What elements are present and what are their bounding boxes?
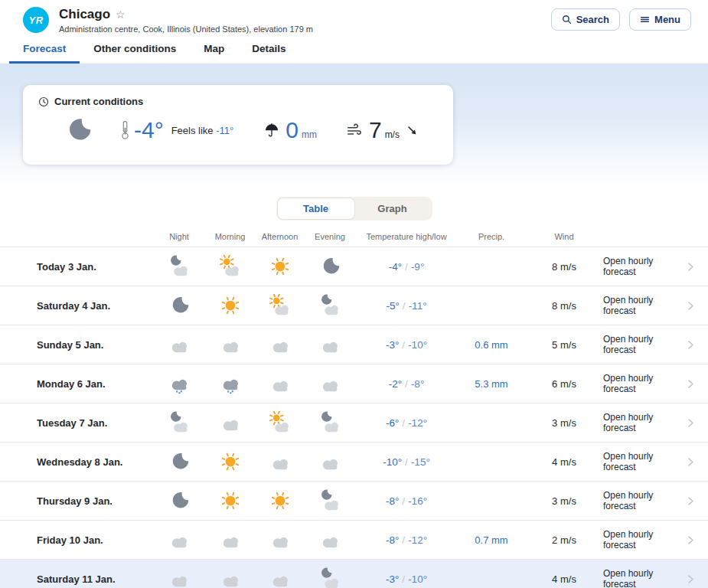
toggle-table[interactable]: Table xyxy=(278,198,354,219)
cloudy-icon xyxy=(205,333,255,356)
feels-like-label: Feels like xyxy=(171,125,214,136)
open-hourly-forecast-label: Open hourly forecast xyxy=(603,529,677,550)
search-button[interactable]: Search xyxy=(551,8,620,31)
open-hourly-forecast-link[interactable]: Open hourly forecast xyxy=(603,451,708,472)
precipitation-value: 0.7 mm xyxy=(458,534,525,546)
table-row[interactable]: Saturday 11 Jan. -3°/-10°4 m/sOpen hourl… xyxy=(0,560,708,588)
menu-button[interactable]: Menu xyxy=(629,8,691,31)
partlycloudy-night-icon xyxy=(153,411,205,434)
wind-value: 2 m/s xyxy=(525,534,603,546)
temperature-high-low: -10°/-15° xyxy=(355,456,458,468)
cloudy-icon xyxy=(255,333,305,356)
current-precipitation: 0 xyxy=(285,119,299,142)
open-hourly-forecast-link[interactable]: Open hourly forecast xyxy=(603,490,708,511)
forecast-table-body: Today 3 Jan. -4°/-9°8 m/sOpen hourly for… xyxy=(0,247,708,588)
wind-value: 8 m/s xyxy=(525,261,603,273)
temperature-high-low: -2°/-8° xyxy=(355,378,458,390)
tab-details[interactable]: Details xyxy=(238,37,299,64)
yr-logo[interactable]: YR xyxy=(23,7,49,33)
wind-icon xyxy=(346,122,363,139)
main-nav-tabs: Forecast Other conditions Map Details xyxy=(0,37,708,64)
favorite-star-icon[interactable]: ☆ xyxy=(116,9,126,20)
temperature-high-low: -3°/-10° xyxy=(355,573,458,585)
table-row[interactable]: Tuesday 7 Jan. -6°/-12°3 m/sOpen hourly … xyxy=(0,403,708,443)
wind-value: 4 m/s xyxy=(525,456,603,468)
snow-icon xyxy=(205,372,255,395)
table-row[interactable]: Thursday 9 Jan. -8°/-16°3 m/sOpen hourly… xyxy=(0,482,708,521)
current-conditions-card: Current conditions -4° Feels like -11° 0… xyxy=(23,85,453,165)
table-row[interactable]: Saturday 4 Jan. -5°/-11°8 m/sOpen hourly… xyxy=(0,286,708,325)
wind-value: 4 m/s xyxy=(525,573,603,585)
col-precip: Precip. xyxy=(458,232,525,241)
page-title: Chicago xyxy=(59,7,110,22)
clear-night-icon xyxy=(305,255,355,278)
clear-day-icon xyxy=(205,489,255,512)
cloudy-icon xyxy=(205,411,255,434)
toggle-graph[interactable]: Graph xyxy=(354,198,431,219)
partlycloudy-night-icon xyxy=(305,294,355,317)
day-label: Saturday 4 Jan. xyxy=(0,300,153,312)
cloudy-icon xyxy=(305,333,355,356)
chevron-right-icon xyxy=(686,379,696,389)
clock-icon xyxy=(38,96,49,107)
partlycloudy-night-icon xyxy=(153,255,205,278)
open-hourly-forecast-link[interactable]: Open hourly forecast xyxy=(603,334,708,355)
page-header: YR Chicago ☆ Administration centre, Cook… xyxy=(0,0,708,34)
wind-value: 8 m/s xyxy=(525,300,603,312)
cloudy-icon xyxy=(305,372,355,395)
umbrella-icon xyxy=(264,122,279,139)
open-hourly-forecast-link[interactable]: Open hourly forecast xyxy=(603,412,708,433)
open-hourly-forecast-label: Open hourly forecast xyxy=(603,373,677,394)
open-hourly-forecast-link[interactable]: Open hourly forecast xyxy=(603,529,708,550)
tab-forecast[interactable]: Forecast xyxy=(9,37,80,64)
wind-value: 3 m/s xyxy=(525,495,603,507)
clear-day-icon xyxy=(205,450,255,473)
table-header-row: Night Morning Afternoon Evening Temperat… xyxy=(0,227,708,247)
partlycloudy-night-icon xyxy=(305,567,355,588)
table-row[interactable]: Monday 6 Jan. -2°/-8°5.3 mm6 m/sOpen hou… xyxy=(0,364,708,403)
cloudy-icon xyxy=(153,528,205,551)
temperature-high-low: -5°/-11° xyxy=(355,300,458,312)
col-evening: Evening xyxy=(305,232,355,241)
day-label: Monday 6 Jan. xyxy=(0,378,153,390)
temperature-high-low: -3°/-10° xyxy=(355,339,458,351)
table-row[interactable]: Today 3 Jan. -4°/-9°8 m/sOpen hourly for… xyxy=(0,247,708,286)
day-label: Today 3 Jan. xyxy=(0,261,153,273)
location-subtitle: Administration centre, Cook, Illinois (U… xyxy=(59,24,551,34)
col-afternoon: Afternoon xyxy=(255,232,305,241)
precipitation-unit: mm xyxy=(302,129,317,142)
day-label: Friday 10 Jan. xyxy=(0,534,153,546)
feels-like-value: -11° xyxy=(216,125,233,136)
open-hourly-forecast-link[interactable]: Open hourly forecast xyxy=(603,256,708,277)
col-morning: Morning xyxy=(205,232,255,241)
open-hourly-forecast-label: Open hourly forecast xyxy=(603,256,677,277)
wind-direction-arrow-icon xyxy=(406,125,418,136)
tab-map[interactable]: Map xyxy=(190,37,238,64)
table-row[interactable]: Friday 10 Jan. -8°/-12°0.7 mm2 m/sOpen h… xyxy=(0,521,708,560)
day-label: Tuesday 7 Jan. xyxy=(0,417,153,429)
open-hourly-forecast-label: Open hourly forecast xyxy=(603,412,677,433)
snow-icon xyxy=(153,372,205,395)
temperature-high-low: -8°/-16° xyxy=(355,495,458,507)
current-weather-clear-night-icon xyxy=(63,115,93,145)
open-hourly-forecast-label: Open hourly forecast xyxy=(603,568,677,588)
temperature-high-low: -4°/-9° xyxy=(355,261,458,273)
open-hourly-forecast-link[interactable]: Open hourly forecast xyxy=(603,295,708,316)
table-row[interactable]: Sunday 5 Jan. -3°/-10°0.6 mm5 m/sOpen ho… xyxy=(0,325,708,364)
open-hourly-forecast-label: Open hourly forecast xyxy=(603,295,677,316)
cloudy-icon xyxy=(255,528,305,551)
day-label: Sunday 5 Jan. xyxy=(0,339,153,351)
clear-day-icon xyxy=(205,294,255,317)
open-hourly-forecast-link[interactable]: Open hourly forecast xyxy=(603,373,708,394)
current-wind-speed: 7 xyxy=(369,119,382,142)
clear-day-icon xyxy=(255,489,305,512)
current-wind-group: 7 m/s xyxy=(346,119,418,142)
tab-other-conditions[interactable]: Other conditions xyxy=(80,37,190,64)
day-label: Saturday 11 Jan. xyxy=(0,573,153,585)
temperature-high-low: -6°/-12° xyxy=(355,417,458,429)
col-wind: Wind xyxy=(525,232,603,241)
table-row[interactable]: Wednesday 8 Jan. -10°/-15°4 m/sOpen hour… xyxy=(0,443,708,482)
view-toggle: Table Graph xyxy=(276,197,432,220)
chevron-right-icon xyxy=(686,340,696,350)
open-hourly-forecast-link[interactable]: Open hourly forecast xyxy=(603,568,708,588)
